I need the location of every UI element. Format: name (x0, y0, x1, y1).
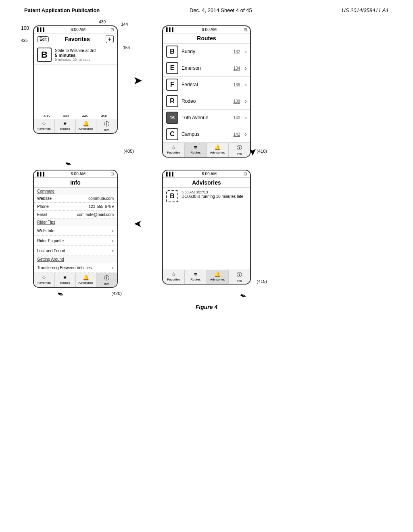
routes-tab-bar: ☆ Favorites ≡ Routes 🔔 Advisories ⓘ (163, 143, 250, 157)
ref-430: 430 (99, 20, 106, 24)
routes-tab-advisories[interactable]: 🔔 Advisories (207, 143, 229, 157)
routes-info-icon: ⓘ (237, 144, 242, 152)
tab-favorites[interactable]: ☆ Favorites (34, 119, 55, 133)
favorites-phone-wrapper: 425 430 144 154 ▌▌▌ 6:00 AM ⊡ Edit Favor… (33, 25, 118, 158)
routes-tab-info-label: Info (237, 152, 242, 156)
route-description: State to Wilshire at 3rd (55, 48, 114, 53)
favorites-route-item[interactable]: B State to Wilshire at 3rd 5 minutes 9 m… (34, 45, 117, 65)
ref-450: 450 (101, 114, 107, 118)
favorites-time: 6:00 AM (71, 27, 86, 32)
info-website-row: Website commute.com (34, 195, 117, 203)
route-emerson[interactable]: E Emerson 134 › (163, 60, 250, 77)
adv-routes-icon: ≡ (194, 271, 197, 277)
info-tab-favorites[interactable]: ☆ Favorites (34, 273, 55, 287)
route-info: State to Wilshire at 3rd 5 minutes 9 min… (55, 48, 114, 62)
name-emerson: Emerson (181, 65, 230, 71)
routes-tab-routes[interactable]: ≡ Routes (185, 143, 206, 157)
adv-status-bar: ▌▌▌ 6:00 AM ⊡ (163, 170, 250, 178)
adv-tab-routes-label: Routes (190, 278, 200, 281)
routes-tab-favorites[interactable]: ☆ Favorites (163, 143, 185, 157)
wifi-row[interactable]: Wi-Fi Info › (34, 226, 117, 236)
lost-found-label: Lost and Found (37, 249, 65, 253)
adv-tab-info[interactable]: ⓘ Info (229, 270, 250, 284)
adv-tab-advisories[interactable]: 🔔 Advisories (207, 270, 229, 284)
add-button[interactable]: + (106, 35, 114, 43)
routes-phone: ▌▌▌ 6:00 AM ⊡ Routes B Bundy 132 › (162, 25, 251, 158)
info-tab-advisories[interactable]: 🔔 Advisories (76, 273, 97, 287)
routes-tab-info[interactable]: ⓘ Info (229, 143, 250, 157)
info-star-icon: ☆ (42, 274, 46, 281)
publication-label: Patent Application Publication (24, 7, 100, 13)
info-time: 6:00 AM (71, 172, 86, 176)
adv-tab-favorites[interactable]: ☆ Favorites (163, 270, 185, 284)
phone-label: Phone (37, 204, 49, 209)
route-campus[interactable]: C Campus 142 › (163, 126, 250, 143)
num-rodeo: 138 (234, 99, 240, 104)
favorites-header-bar: Edit Favorites + (34, 33, 117, 45)
adv-info-icon: ⓘ (237, 271, 242, 278)
adv-tab-routes[interactable]: ≡ Routes (185, 270, 206, 284)
getting-around-section-header: Getting Around (34, 256, 117, 263)
info-tab-bar: ☆ Favorites ≡ Routes 🔔 Advisories ⓘ (34, 273, 117, 287)
chevron-rodeo: › (245, 98, 247, 104)
adv-empty-space (163, 205, 250, 270)
transferring-chevron: › (112, 264, 114, 271)
etiquette-row[interactable]: Rider Etiquette › (34, 236, 117, 246)
info-tab-adv-label: Advisories (78, 281, 93, 285)
adv-signal: ▌▌▌ (166, 172, 175, 176)
name-federal: Federal (181, 82, 230, 87)
info-tab-info-label: Info (104, 282, 109, 286)
routes-signal: ▌▌▌ (166, 27, 175, 32)
routes-routes-icon: ≡ (194, 144, 197, 150)
route-federal[interactable]: F Federal 136 › (163, 77, 250, 93)
tab-info-label: Info (104, 128, 109, 132)
num-emerson: 134 (234, 66, 240, 71)
lost-found-chevron: › (112, 247, 114, 254)
icon-bundy: B (166, 46, 178, 58)
name-bundy: Bundy (181, 49, 230, 54)
advisory-time-1: 5:30 AM 3/27/13 (181, 190, 247, 194)
tab-advisories[interactable]: 🔔 Advisories (76, 119, 97, 133)
panel-ref-410: (410) (257, 149, 267, 154)
adv-bell-icon: 🔔 (214, 271, 221, 277)
email-value: commute@mail.com (77, 212, 114, 217)
route-16th[interactable]: 16 16th Avenue 140 › (163, 110, 250, 126)
phone-value: 123-555-6789 (89, 204, 114, 209)
patent-number: US 2014/358411 A1 (342, 7, 389, 13)
adv-tab-info-label: Info (237, 279, 242, 283)
tab-info[interactable]: ⓘ Info (96, 119, 117, 133)
routes-title: Routes (163, 33, 250, 44)
ref-440: 440 (63, 114, 69, 118)
route-bundy[interactable]: B Bundy 132 › (163, 44, 250, 60)
tab-routes[interactable]: ≡ Routes (55, 119, 76, 133)
stylus-icon-2: ✒ (56, 289, 65, 300)
panel-ref-415: (415) (257, 279, 267, 284)
website-label: Website (37, 196, 52, 201)
routes-tab-routes-label: Routes (190, 151, 200, 154)
routes-phone-wrapper: ▌▌▌ 6:00 AM ⊡ Routes B Bundy 132 › (162, 25, 251, 158)
icon-16th: 16 (166, 112, 178, 124)
lost-found-row[interactable]: Lost and Found › (34, 246, 117, 256)
transferring-row[interactable]: Transferring Between Vehicles › (34, 263, 117, 273)
email-label: Email (37, 212, 47, 217)
edit-button[interactable]: Edit (37, 36, 49, 42)
info-signal: ▌▌▌ (37, 172, 46, 176)
info-email-row: Email commute@mail.com (34, 211, 117, 219)
chevron-campus: › (245, 131, 247, 137)
website-value: commute.com (88, 196, 114, 201)
name-16th: 16th Avenue (181, 115, 230, 121)
panel-ref-405: (405) (123, 149, 134, 154)
ref-435: 435 (44, 114, 50, 118)
route-rodeo[interactable]: R Rodeo 138 › (163, 93, 250, 110)
panel-ref-420: (420) (111, 291, 122, 296)
advisory-text-1: 5:30 AM 3/27/13 DC0630 is running 10 min… (181, 190, 247, 199)
ref-445: 445 (82, 114, 88, 118)
chevron-federal: › (245, 81, 247, 88)
info-tab-info[interactable]: ⓘ Info (96, 273, 117, 287)
wifi-label: Wi-Fi Info (37, 229, 54, 233)
routes-battery: ⊡ (244, 27, 247, 32)
info-tab-routes[interactable]: ≡ Routes (55, 273, 76, 287)
info-tab-routes-label: Routes (60, 281, 70, 285)
etiquette-chevron: › (112, 237, 114, 244)
icon-federal: F (166, 79, 178, 91)
